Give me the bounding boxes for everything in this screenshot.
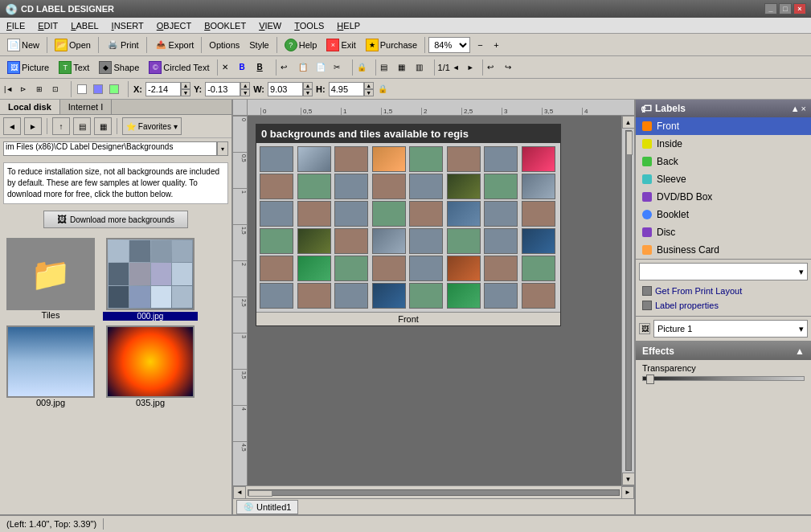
text-button[interactable]: T Text <box>55 59 93 76</box>
minimize-button[interactable]: _ <box>764 3 777 14</box>
get-from-print-link[interactable]: Get From Print Layout <box>639 284 808 298</box>
label-item-sleeve[interactable]: Sleeve <box>636 170 811 188</box>
toolbar2-btn6[interactable]: 📄 <box>315 59 331 76</box>
scroll-up-button[interactable]: ▲ <box>622 116 635 129</box>
redo-button[interactable]: ↪ <box>504 59 520 76</box>
h-input[interactable]: 4.95 <box>329 82 364 96</box>
color-btn2[interactable] <box>92 82 107 96</box>
toolbar2-btn10[interactable]: ▦ <box>397 59 413 76</box>
label-item-disc[interactable]: Disc <box>636 223 811 241</box>
h-spin-down[interactable]: ▼ <box>364 89 374 96</box>
canvas-tab-untitled[interactable]: 💿 Untitled1 <box>236 500 298 514</box>
zoom-select[interactable]: 84% 100% 50% <box>428 37 470 53</box>
path-input[interactable]: im Files (x86)\CD Label Designer\Backgro… <box>3 141 217 156</box>
h-spin-up[interactable]: ▲ <box>364 82 374 89</box>
scroll-v-track[interactable] <box>625 130 632 471</box>
path-dropdown-button[interactable]: ▾ <box>217 141 228 156</box>
menu-edit[interactable]: EDIT <box>35 19 61 32</box>
toolbar2-btn2[interactable]: B <box>239 59 255 76</box>
align-center-button[interactable]: ⊳ <box>19 82 34 96</box>
close-button[interactable]: × <box>793 3 806 14</box>
panel-scroll-up[interactable]: ▲ <box>791 104 800 113</box>
grid2-button[interactable]: ⊡ <box>51 82 66 96</box>
panel-close-button[interactable]: × <box>801 104 806 113</box>
transparency-slider-thumb[interactable] <box>646 374 654 384</box>
undo-button[interactable]: ↩ <box>486 59 502 76</box>
help-button[interactable]: ? Help <box>281 36 322 54</box>
effects-toggle[interactable]: ▲ <box>795 346 805 357</box>
y-spin-up[interactable]: ▲ <box>240 82 250 89</box>
label-item-dvd[interactable]: DVD/BD Box <box>636 188 811 206</box>
x-input[interactable]: -2.14 <box>145 82 181 96</box>
nav-back-button[interactable]: ◄ <box>3 117 21 135</box>
zoom-out-button[interactable]: − <box>475 36 489 54</box>
picture-button[interactable]: 🖼 Picture <box>3 59 53 76</box>
toolbar2-btn4[interactable]: ↩ <box>280 59 296 76</box>
export-button[interactable]: 📤 Export <box>150 36 199 54</box>
toolbar2-btn5[interactable]: 📋 <box>297 59 313 76</box>
transparency-slider[interactable] <box>642 376 805 381</box>
toolbar2-btn11[interactable]: ▥ <box>415 59 431 76</box>
toolbar2-btn3[interactable]: B <box>256 59 272 76</box>
print-button[interactable]: 🖨️ Print <box>102 36 143 54</box>
maximize-button[interactable]: □ <box>779 3 792 14</box>
circled-text-button[interactable]: © Circled Text <box>145 59 213 76</box>
shape-button[interactable]: ◆ Shape <box>95 59 143 76</box>
new-button[interactable]: 📄 New <box>3 36 43 54</box>
label-item-back[interactable]: Back <box>636 153 811 170</box>
menu-booklet[interactable]: BOOKLET <box>201 19 249 32</box>
list-item[interactable]: 000.jpg <box>103 238 198 321</box>
y-spin-down[interactable]: ▼ <box>240 89 250 96</box>
color-btn3[interactable] <box>109 82 123 96</box>
menu-help[interactable]: HELP <box>334 19 363 32</box>
x-spin-down[interactable]: ▼ <box>181 89 190 96</box>
nav-forward-button[interactable]: ► <box>24 117 42 135</box>
scroll-h-thumb[interactable] <box>248 490 272 497</box>
menu-file[interactable]: FILE <box>3 19 28 32</box>
list-item[interactable]: 009.jpg <box>3 325 98 407</box>
toolbar2-btn7[interactable]: ✂ <box>333 59 349 76</box>
label-item-business[interactable]: Business Card <box>636 241 811 259</box>
purchase-button[interactable]: ★ Purchase <box>362 36 421 54</box>
lock-aspect-button[interactable]: 🔒 <box>377 82 391 96</box>
menu-view[interactable]: VIEW <box>256 19 285 32</box>
scroll-down-button[interactable]: ▼ <box>622 473 635 485</box>
align-left-button[interactable]: |◄ <box>3 82 18 96</box>
layout-dropdown[interactable]: ▾ <box>639 263 808 280</box>
color-btn1[interactable] <box>76 82 91 96</box>
favorites-button[interactable]: ⭐ Favorites ▾ <box>122 117 182 135</box>
picture-dropdown[interactable]: Picture 1 ▾ <box>653 320 808 338</box>
label-properties-link[interactable]: Label properties <box>639 298 808 313</box>
toolbar2-btn1[interactable]: ✕ <box>221 59 237 76</box>
open-button[interactable]: 📂 Open <box>51 36 95 54</box>
nav-up-button[interactable]: ↑ <box>52 117 70 135</box>
label-item-front[interactable]: Front <box>636 117 811 135</box>
w-spin-down[interactable]: ▼ <box>303 89 313 96</box>
list-item[interactable]: 035.jpg <box>103 325 198 407</box>
next-page-button[interactable]: ► <box>466 59 479 76</box>
label-item-inside[interactable]: Inside <box>636 135 811 153</box>
tab-internet[interactable]: Internet I <box>60 100 112 114</box>
canvas-viewport[interactable]: 0 backgrounds and tiles available to reg… <box>248 116 621 485</box>
scroll-h-track[interactable] <box>248 489 620 496</box>
menu-label[interactable]: LABEL <box>68 19 101 32</box>
grid-button[interactable]: ⊞ <box>35 82 50 96</box>
view-toggle-button[interactable]: ▤ <box>73 117 91 135</box>
menu-tools[interactable]: TOOLS <box>291 19 327 32</box>
x-spin-up[interactable]: ▲ <box>181 82 190 89</box>
w-input[interactable]: 9.03 <box>268 82 303 96</box>
menu-object[interactable]: OBJECT <box>154 19 195 32</box>
toolbar2-btn9[interactable]: ▤ <box>379 59 395 76</box>
view-list-button[interactable]: ▦ <box>94 117 112 135</box>
label-item-booklet[interactable]: Booklet <box>636 206 811 223</box>
y-input[interactable]: -0.13 <box>205 82 240 96</box>
scroll-v-thumb[interactable] <box>626 131 633 155</box>
zoom-in-button[interactable]: + <box>491 36 506 54</box>
download-more-button[interactable]: 🖼 Download more backgrounds <box>43 211 188 228</box>
prev-page-button[interactable]: ◄ <box>452 59 465 76</box>
vertical-scrollbar[interactable]: ▲ ▼ <box>621 116 634 485</box>
scroll-left-button[interactable]: ◄ <box>233 486 246 499</box>
scroll-right-button[interactable]: ► <box>621 486 634 499</box>
toolbar2-btn8[interactable]: 🔒 <box>356 59 372 76</box>
tab-local-disk[interactable]: Local disk <box>0 100 60 114</box>
